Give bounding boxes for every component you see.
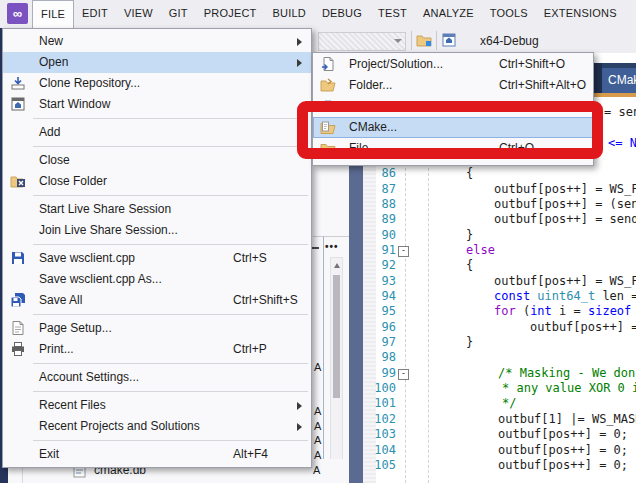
scrollbar-thumb[interactable]: [333, 275, 340, 398]
submenu-item-folder[interactable]: Folder...Ctrl+Shift+Alt+O: [313, 75, 593, 96]
code-line-89[interactable]: 89outbuf[pos++] = send: [363, 212, 636, 227]
menu-item-print[interactable]: Print...Ctrl+P: [3, 339, 311, 360]
menubar-item-project[interactable]: PROJECT: [196, 0, 265, 28]
overflow-menu-button[interactable]: •••: [325, 241, 339, 252]
code-line-95[interactable]: 95for (int i = sizeof: [363, 304, 636, 319]
code-line-103[interactable]: 103outbuf[pos++] = 0;: [363, 427, 636, 442]
chevron-down-icon: [394, 39, 402, 43]
menu-item-shortcut: Alt+F4: [233, 444, 268, 465]
fold-collapse-icon[interactable]: -: [398, 246, 409, 257]
menu-separator: [3, 115, 311, 122]
menu-item-label: New: [39, 34, 63, 48]
code-line-97[interactable]: 97}: [363, 335, 636, 350]
menu-item-add[interactable]: Add: [3, 122, 311, 143]
solution-configuration-dropdown[interactable]: x64-Debug: [480, 32, 539, 50]
line-number: 90: [370, 228, 396, 243]
scroll-up-arrow-icon[interactable]: [334, 263, 340, 268]
menu-item-label: Close: [39, 153, 70, 167]
code-fragment: = sen: [604, 105, 636, 120]
line-number: 93: [370, 274, 396, 289]
menubar-item-debug[interactable]: DEBUG: [314, 0, 370, 28]
code-line-98[interactable]: 98: [363, 350, 636, 365]
start-window-icon[interactable]: [441, 32, 457, 52]
code-line-90[interactable]: 90}: [363, 228, 636, 243]
submenu-item-label: Project/Solution...: [349, 57, 443, 71]
menu-item-join-live-share-session[interactable]: Join Live Share Session...: [3, 220, 311, 241]
menu-item-account-settings[interactable]: Account Settings...: [3, 367, 311, 388]
line-number: 94: [370, 289, 396, 304]
menu-item-close[interactable]: Close: [3, 150, 311, 171]
line-number: 89: [370, 212, 396, 227]
menu-item-recent-projects-and-solutions[interactable]: Recent Projects and Solutions: [3, 416, 311, 437]
menu-item-label: Save wsclient.cpp: [39, 251, 135, 265]
code-line-92[interactable]: 92{: [363, 258, 636, 273]
menu-item-label: Recent Files: [39, 398, 106, 412]
submenu-item-label: Folder...: [349, 78, 392, 92]
menu-item-new[interactable]: New: [3, 31, 311, 52]
submenu-item-shortcut: Ctrl+Shift+O: [499, 54, 565, 75]
line-number: 103: [370, 427, 396, 442]
menu-item-recent-files[interactable]: Recent Files: [3, 395, 311, 416]
menu-item-start-live-share-session[interactable]: Start Live Share Session: [3, 199, 311, 220]
code-line-104[interactable]: 104outbuf[pos++] = 0;: [363, 443, 636, 458]
save-all-icon: [10, 292, 27, 309]
menubar-item-extensions[interactable]: EXTENSIONS: [536, 0, 625, 28]
menu-bar: ∞ FILEEDITVIEWGITPROJECTBUILDDEBUGTESTAN…: [0, 0, 636, 28]
code-line-102[interactable]: 102outbuf[1] |= WS_MASKBIT: [363, 412, 636, 427]
menubar-item-file[interactable]: FILE: [32, 0, 74, 28]
menu-item-clone-repository[interactable]: Clone Repository...: [3, 73, 311, 94]
code-line-88[interactable]: 88outbuf[pos++] = (sen: [363, 197, 636, 212]
code-line-91[interactable]: 91-else: [363, 243, 636, 258]
code-text: outbuf[1] |= WS_MASKBIT: [498, 412, 636, 427]
code-line-96[interactable]: 96outbuf[pos++] =: [363, 320, 636, 335]
git-status-letter: A: [314, 434, 324, 448]
git-status-letter: A: [313, 462, 320, 479]
solution-explorer-scrollbar[interactable]: [330, 257, 343, 483]
code-fragment: <= N: [608, 136, 636, 151]
line-number: 99: [370, 366, 396, 381]
menubar-item-build[interactable]: BUILD: [265, 0, 314, 28]
menu-item-open[interactable]: Open: [3, 52, 311, 73]
menu-item-start-window[interactable]: Start Window: [3, 94, 311, 115]
menu-item-save-wsclient-cpp[interactable]: Save wsclient.cppCtrl+S: [3, 248, 311, 269]
code-line-86[interactable]: 86{: [363, 166, 636, 181]
menu-item-exit[interactable]: ExitAlt+F4: [3, 444, 311, 465]
code-line-93[interactable]: 93outbuf[pos++] = WS_F: [363, 274, 636, 289]
line-number: 101: [370, 396, 396, 411]
line-number: 88: [370, 197, 396, 212]
menubar-item-tools[interactable]: TOOLS: [482, 0, 536, 28]
active-tab-underline: [591, 93, 636, 97]
file-menu-dropdown: NewOpenClone Repository...Start WindowAd…: [2, 28, 312, 468]
menubar-item-analyze[interactable]: ANALYZE: [415, 0, 482, 28]
menu-item-page-setup[interactable]: Page Setup...: [3, 318, 311, 339]
code-line-99[interactable]: 99-/* Masking - We don't c: [363, 366, 636, 381]
code-line-105[interactable]: 105outbuf[pos++] = 0;: [363, 458, 636, 473]
line-number: 98: [370, 350, 396, 365]
menu-item-save-all[interactable]: Save AllCtrl+Shift+S: [3, 290, 311, 311]
code-text: }: [466, 228, 473, 243]
code-text: else: [466, 243, 495, 258]
code-line-100[interactable]: 100* any value XOR 0 is i: [363, 381, 636, 396]
menu-item-close-folder[interactable]: Close Folder: [3, 171, 311, 192]
disabled-combobox[interactable]: [318, 32, 406, 51]
code-line-87[interactable]: 87outbuf[pos++] = WS_F: [363, 182, 636, 197]
code-text: outbuf[pos++] = 0;: [498, 443, 628, 458]
menu-item-label: Close Folder: [39, 174, 107, 188]
code-text: {: [466, 258, 473, 273]
menubar-item-git[interactable]: GIT: [161, 0, 196, 28]
code-text: outbuf[pos++] = WS_F: [494, 182, 636, 197]
menubar-item-test[interactable]: TEST: [370, 0, 415, 28]
code-line-94[interactable]: 94const uint64_t len =: [363, 289, 636, 304]
menubar-item-edit[interactable]: EDIT: [74, 0, 116, 28]
line-number: 86: [370, 166, 396, 181]
menubar-item-view[interactable]: VIEW: [116, 0, 161, 28]
clone-icon: [10, 75, 27, 92]
fold-collapse-icon[interactable]: -: [398, 369, 409, 380]
open-folder-icon[interactable]: [416, 32, 432, 52]
code-line-101[interactable]: 101*/: [363, 396, 636, 411]
submenu-item-project-solution[interactable]: Project/Solution...Ctrl+Shift+O: [313, 54, 593, 75]
line-number: 96: [370, 320, 396, 335]
menu-item-save-wsclient-cpp-as[interactable]: Save wsclient.cpp As...: [3, 269, 311, 290]
minimize-glyph: [312, 247, 319, 249]
tab-cmake-file[interactable]: CMak: [602, 68, 636, 93]
